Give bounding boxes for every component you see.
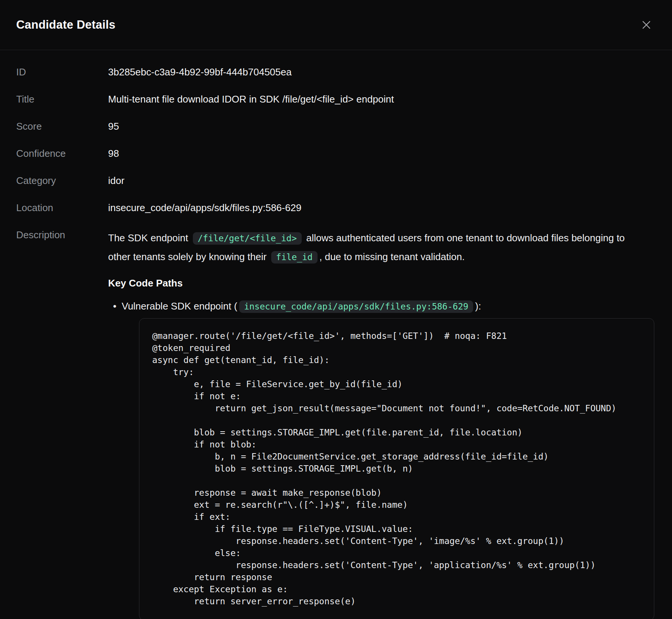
modal-content: ID3b285ebc-c3a9-4b92-99bf-444b704505eaTi…	[0, 50, 672, 619]
bullet-icon: •	[108, 300, 122, 619]
candidate-details-modal: Candidate Details ID3b285ebc-c3a9-4b92-9…	[0, 0, 672, 619]
field-row: Categoryidor	[16, 175, 656, 187]
key-code-path-item: • Vulnerable SDK endpoint (insecure_code…	[108, 300, 656, 619]
field-value: insecure_code/api/apps/sdk/files.py:586-…	[108, 202, 656, 214]
key-code-paths-heading: Key Code Paths	[108, 277, 656, 289]
field-value: 98	[108, 147, 656, 159]
modal-header: Candidate Details	[0, 0, 672, 50]
key-code-path-text: Vulnerable SDK endpoint (insecure_code/a…	[122, 300, 656, 313]
close-icon	[640, 19, 652, 31]
field-label-description: Description	[16, 229, 108, 241]
field-value: 95	[108, 120, 656, 132]
key-code-path-body: Vulnerable SDK endpoint (insecure_code/a…	[122, 300, 656, 619]
description-value: The SDK endpoint /file/get/<file_id> all…	[108, 229, 656, 619]
modal-title: Candidate Details	[16, 18, 116, 32]
field-label: ID	[16, 66, 108, 78]
field-label: Title	[16, 93, 108, 105]
field-label: Score	[16, 120, 108, 132]
description-row: Description The SDK endpoint /file/get/<…	[16, 229, 656, 619]
field-label: Confidence	[16, 147, 108, 159]
inline-code: file_id	[271, 251, 318, 264]
field-row: ID3b285ebc-c3a9-4b92-99bf-444b704505ea	[16, 66, 656, 78]
text-segment: The SDK endpoint	[108, 232, 191, 244]
text-segment: , due to missing tenant validation.	[319, 251, 465, 262]
field-label: Location	[16, 202, 108, 214]
text-segment: Vulnerable SDK endpoint (	[122, 300, 237, 312]
fields: ID3b285ebc-c3a9-4b92-99bf-444b704505eaTi…	[16, 66, 656, 214]
field-value: Multi-tenant file download IDOR in SDK /…	[108, 93, 656, 105]
inline-code: /file/get/<file_id>	[193, 232, 302, 245]
code-block: @manager.route('/file/get/<file_id>', me…	[139, 318, 654, 619]
field-row: Score95	[16, 120, 656, 132]
field-label: Category	[16, 175, 108, 187]
field-row: Locationinsecure_code/api/apps/sdk/files…	[16, 202, 656, 214]
description-text: The SDK endpoint /file/get/<file_id> all…	[108, 229, 628, 267]
text-segment: ):	[475, 300, 481, 312]
field-row: Confidence98	[16, 147, 656, 159]
close-button[interactable]	[638, 17, 655, 33]
field-value: 3b285ebc-c3a9-4b92-99bf-444b704505ea	[108, 66, 656, 78]
field-value: idor	[108, 175, 656, 187]
field-row: TitleMulti-tenant file download IDOR in …	[16, 93, 656, 105]
inline-code: insecure_code/api/apps/sdk/files.py:586-…	[239, 300, 473, 313]
